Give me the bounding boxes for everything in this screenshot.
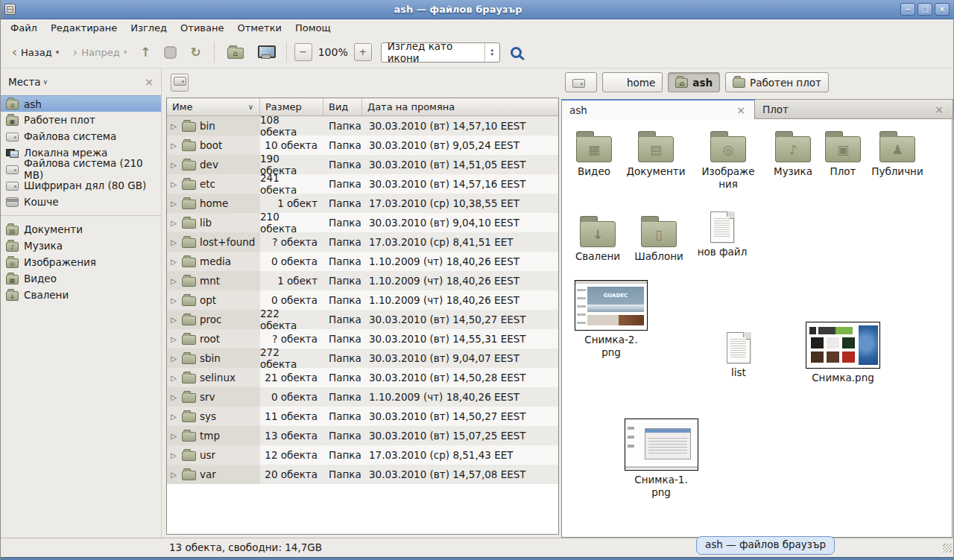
zoom-in-button[interactable]: +	[354, 43, 372, 61]
menu-item[interactable]: Отметки	[230, 20, 288, 36]
expander-icon[interactable]: ▷	[169, 219, 178, 227]
menu-item[interactable]: Изглед	[124, 20, 174, 36]
tree-root-button[interactable]	[171, 74, 189, 92]
places-title[interactable]: Места	[8, 76, 41, 88]
expander-icon[interactable]: ▷	[169, 161, 178, 169]
resize-grip[interactable]	[943, 544, 952, 553]
expander-icon[interactable]: ▷	[169, 258, 178, 266]
close-button[interactable]: ×	[935, 3, 950, 16]
expander-icon[interactable]: ▷	[169, 277, 178, 285]
table-row[interactable]: ▷ lost+found ? обекта Папка 17.03.2010 (…	[167, 232, 558, 252]
menu-item[interactable]: Редактиране	[44, 20, 124, 36]
table-row[interactable]: ▷ usr 12 обекта Папка 17.03.2010 (ср) 8,…	[167, 445, 558, 465]
file-item[interactable]: Документи	[625, 130, 687, 178]
column-header-type[interactable]: Вид	[323, 98, 362, 115]
computer-button[interactable]	[252, 42, 279, 63]
expander-icon[interactable]: ▷	[169, 122, 178, 130]
path-button[interactable]: Работен плот	[725, 72, 829, 92]
search-icon[interactable]	[511, 47, 522, 58]
sidebar-item[interactable]: Свалени	[1, 287, 161, 303]
table-row[interactable]: ▷ opt 0 обекта Папка 1.10.2009 (чт) 18,4…	[167, 290, 558, 310]
column-header-name[interactable]: Име ∨	[167, 98, 260, 115]
table-row[interactable]: ▷ boot 10 обекта Папка 30.03.2010 (вт) 9…	[167, 136, 558, 155]
home-button[interactable]: ⌂	[222, 42, 249, 63]
file-item[interactable]: Снимка.png	[803, 322, 883, 384]
tab-close-icon[interactable]: ×	[933, 104, 945, 115]
sidebar-item[interactable]: Файлова система (210 MB)	[1, 161, 161, 177]
menu-item[interactable]: Файл	[4, 20, 44, 36]
table-row[interactable]: ▷ sbin 272 обекта Папка 30.03.2010 (вт) …	[167, 349, 558, 368]
sidebar-item[interactable]: Шифриран дял (80 GB)	[1, 177, 161, 194]
expander-icon[interactable]: ▷	[169, 141, 178, 150]
back-dropdown-icon[interactable]: ▾	[56, 48, 60, 56]
table-row[interactable]: ▷ mnt 1 обект Папка 1.10.2009 (чт) 18,40…	[167, 271, 558, 290]
expander-icon[interactable]: ▷	[169, 451, 178, 459]
view-mode-select[interactable]: Изглед като икони ▴▾	[381, 42, 500, 63]
file-item[interactable]: Изображения	[693, 130, 763, 191]
expander-icon[interactable]: ▷	[169, 432, 178, 440]
sidebar-item[interactable]: Работен плот	[1, 112, 161, 128]
expander-icon[interactable]: ▷	[169, 180, 178, 188]
menu-item[interactable]: Отиване	[174, 20, 230, 36]
expander-icon[interactable]: ▷	[169, 471, 178, 479]
places-collapse-icon[interactable]: ∨	[43, 78, 48, 86]
expander-icon[interactable]: ▷	[169, 296, 178, 305]
file-item[interactable]: Видео	[566, 130, 622, 178]
table-row[interactable]: ▷ media 0 обекта Папка 1.10.2009 (чт) 18…	[167, 252, 558, 271]
table-row[interactable]: ▷ root ? обекта Папка 30.03.2010 (вт) 14…	[167, 329, 558, 349]
sidebar-item[interactable]: Видео	[1, 270, 161, 287]
file-item[interactable]: Плот	[818, 130, 868, 178]
table-row[interactable]: ▷ etc 241 обекта Папка 30.03.2010 (вт) 1…	[167, 174, 558, 194]
expander-icon[interactable]: ▷	[169, 335, 178, 343]
sidebar-item[interactable]: Изображения	[1, 254, 161, 270]
minimize-button[interactable]: −	[900, 3, 915, 16]
up-button[interactable]: ↑	[135, 43, 156, 61]
sidebar-item[interactable]: ash	[1, 95, 161, 112]
table-row[interactable]: ▷ lib 210 обекта Папка 30.03.2010 (вт) 9…	[167, 213, 558, 232]
expander-icon[interactable]: ▷	[169, 393, 178, 401]
maximize-button[interactable]: □	[917, 3, 932, 16]
file-item[interactable]: Снимка-1.png	[622, 419, 701, 499]
expander-icon[interactable]: ▷	[169, 354, 178, 363]
tab-close-icon[interactable]: ×	[735, 104, 747, 116]
combo-arrows-icon[interactable]: ▴▾	[484, 43, 499, 62]
table-row[interactable]: ▷ selinux 21 обекта Папка 30.03.2010 (вт…	[167, 368, 558, 387]
table-row[interactable]: ▷ var 20 обекта Папка 30.03.2010 (вт) 14…	[167, 465, 558, 484]
file-item[interactable]: Музика	[765, 130, 821, 178]
path-button[interactable]: home	[602, 72, 663, 92]
tab[interactable]: ash ×	[561, 99, 755, 119]
expander-icon[interactable]: ▷	[169, 413, 178, 421]
table-row[interactable]: ▷ sys 11 обекта Папка 30.03.2010 (вт) 14…	[167, 407, 558, 426]
file-item[interactable]: Публични	[865, 130, 930, 178]
column-header-size[interactable]: Размер	[260, 98, 323, 115]
expander-icon[interactable]: ▷	[169, 374, 178, 382]
file-item[interactable]: list	[713, 332, 764, 379]
forward-button[interactable]: › Напред ▾	[67, 43, 132, 62]
sidebar-item[interactable]: Музика	[1, 238, 161, 254]
reload-button[interactable]: ↻	[185, 43, 206, 61]
column-header-date[interactable]: Дата на промяна	[362, 98, 558, 115]
stop-button[interactable]	[159, 42, 182, 63]
expander-icon[interactable]: ▷	[169, 238, 178, 246]
sidebar-item[interactable]: Кошче	[1, 194, 161, 210]
back-button[interactable]: ‹ Назад ▾	[7, 43, 64, 62]
tab[interactable]: Плот ×	[755, 99, 953, 119]
expander-icon[interactable]: ▷	[169, 200, 178, 208]
sidebar-item[interactable]: Файлова система	[1, 128, 161, 144]
places-close-icon[interactable]: ×	[145, 76, 154, 88]
expander-icon[interactable]: ▷	[169, 316, 178, 324]
file-item[interactable]: Снимка-2.png	[572, 280, 651, 359]
table-row[interactable]: ▷ srv 0 обекта Папка 1.10.2009 (чт) 18,4…	[167, 387, 558, 407]
menu-item[interactable]: Помощ	[288, 20, 338, 36]
file-item[interactable]: нов файл	[692, 211, 752, 258]
table-row[interactable]: ▷ proc 222 обекта Папка 30.03.2010 (вт) …	[167, 310, 558, 329]
table-row[interactable]: ▷ home 1 обект Папка 17.03.2010 (ср) 10,…	[167, 194, 558, 213]
file-item[interactable]: Шаблони	[629, 214, 689, 263]
table-row[interactable]: ▷ dev 190 обекта Папка 30.03.2010 (вт) 1…	[167, 155, 558, 174]
path-button[interactable]: ash	[668, 72, 720, 92]
zoom-out-button[interactable]: −	[294, 43, 312, 61]
path-button[interactable]	[565, 72, 597, 92]
file-item[interactable]: Свалени	[568, 214, 628, 263]
sidebar-item[interactable]: Документи	[1, 221, 161, 238]
table-row[interactable]: ▷ bin 108 обекта Папка 30.03.2010 (вт) 1…	[167, 116, 558, 136]
